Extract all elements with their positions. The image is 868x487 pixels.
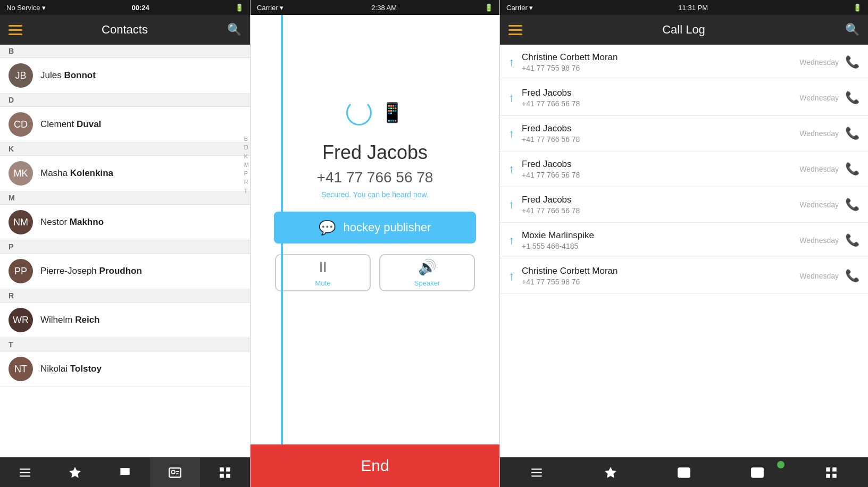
svg-rect-6 [226, 467, 230, 472]
contact-name-proudhon: Pierre-Joseph Proudhon [40, 266, 142, 276]
section-k: K [0, 142, 250, 156]
avatar-duval: CD [9, 112, 33, 137]
avatar-kolenkina: MK [9, 161, 33, 186]
calllog-tab-idcard[interactable] [721, 458, 794, 487]
svg-rect-16 [832, 467, 837, 472]
calllog-item-3[interactable]: ↑ Fred Jacobs +41 77 766 56 78 Wednesday… [500, 152, 868, 187]
tab-favorites[interactable] [50, 458, 100, 487]
tab-idcard[interactable] [150, 458, 200, 487]
calllog-meta-3: Wednesday 📞 [799, 162, 859, 176]
svg-rect-7 [220, 474, 224, 478]
calllog-call-3[interactable]: 📞 [845, 162, 859, 176]
mute-button[interactable]: ⏸ Mute [275, 254, 371, 291]
mute-label: Mute [315, 279, 331, 287]
calllog-number-0: +41 77 755 98 76 [522, 64, 799, 72]
calllog-tab-inbox[interactable] [647, 458, 721, 487]
calllog-menu-icon[interactable] [508, 25, 522, 35]
speaker-icon: 🔊 [418, 258, 437, 276]
calllog-meta-6: Wednesday 📞 [799, 269, 859, 283]
calllog-call-1[interactable]: 📞 [845, 91, 859, 105]
chat-icon: 💬 [319, 220, 336, 236]
calllog-tab-favorites[interactable] [573, 458, 647, 487]
calllog-call-0[interactable]: 📞 [845, 55, 859, 69]
calllog-tab-grid[interactable] [795, 458, 868, 487]
call-battery: 🔋 [485, 4, 493, 12]
mute-icon: ⏸ [315, 258, 330, 276]
calllog-time: 11:31 PM [678, 4, 708, 12]
contact-name-reich: Wilhelm Reich [40, 315, 99, 325]
contact-tolstoy[interactable]: NT Nikolai Tolstoy [0, 351, 250, 387]
calllog-title: Call Log [662, 23, 705, 37]
calllog-call-5[interactable]: 📞 [845, 233, 859, 247]
alpha-k[interactable]: K [244, 153, 249, 160]
calllog-call-4[interactable]: 📞 [845, 198, 859, 212]
calllog-call-2[interactable]: 📞 [845, 127, 859, 140]
calllog-info-6: Christine Corbett Moran +41 77 755 98 76 [522, 266, 799, 286]
menu-icon[interactable] [9, 25, 22, 35]
svg-rect-1 [20, 472, 30, 473]
alpha-m[interactable]: M [244, 161, 249, 169]
call-panel: Carrier ▾ 2:38 AM 🔋 📱 Fred Jacobs +41 77… [250, 0, 500, 487]
outgoing-arrow-2: ↑ [508, 127, 514, 140]
calllog-name-5: Moxie Marlinspike [522, 230, 799, 241]
call-sync-icon [346, 100, 372, 125]
contacts-panel: No Service ▾ 00:24 🔋 Contacts 🔍 B JB Jul… [0, 0, 250, 487]
calllog-item-2[interactable]: ↑ Fred Jacobs +41 77 766 56 78 Wednesday… [500, 116, 868, 152]
alphabet-index[interactable]: B D K M P R T [244, 135, 249, 195]
tab-list[interactable] [0, 458, 50, 487]
calllog-day-2: Wednesday [799, 129, 839, 138]
outgoing-arrow-4: ↑ [508, 198, 514, 212]
calllog-call-6[interactable]: 📞 [845, 269, 859, 283]
hockey-publisher-button[interactable]: 💬 hockey publisher [274, 212, 476, 244]
no-service-text: No Service ▾ [6, 4, 46, 12]
end-call-button[interactable]: End [251, 444, 499, 487]
contact-name-duval: Clement Duval [40, 119, 101, 130]
alpha-t[interactable]: T [244, 187, 249, 195]
calllog-battery: 🔋 [853, 4, 862, 12]
alpha-p[interactable]: P [244, 170, 249, 177]
speaker-label: Speaker [414, 279, 440, 287]
calllog-item-5[interactable]: ↑ Moxie Marlinspike +1 555 468-4185 Wedn… [500, 223, 868, 258]
calllog-item-1[interactable]: ↑ Fred Jacobs +41 77 766 56 78 Wednesday… [500, 80, 868, 116]
end-label: End [361, 457, 389, 475]
contact-duval[interactable]: CD Clement Duval [0, 107, 250, 142]
contacts-status-bar: No Service ▾ 00:24 🔋 [0, 0, 250, 15]
calllog-item-4[interactable]: ↑ Fred Jacobs +41 77 766 56 78 Wednesday… [500, 187, 868, 223]
outgoing-arrow-3: ↑ [508, 162, 514, 176]
contact-name-makhno: Nestor Makhno [40, 217, 104, 228]
calllog-carrier: Carrier ▾ [506, 4, 533, 12]
calllog-header: Call Log 🔍 [500, 15, 868, 45]
calllog-number-3: +41 77 766 56 78 [522, 171, 799, 179]
calllog-tab-list[interactable] [500, 458, 573, 487]
calllog-number-1: +41 77 766 56 78 [522, 99, 799, 108]
svg-rect-17 [826, 474, 830, 478]
call-phone-icon: 📱 [380, 102, 404, 124]
contacts-list: B JB Jules Bonnot D CD Clement Duval K M… [0, 45, 250, 387]
contact-bonnot[interactable]: JB Jules Bonnot [0, 58, 250, 94]
calllog-tab-bar [500, 457, 868, 487]
contact-proudhon[interactable]: PP Pierre-Joseph Proudhon [0, 254, 250, 289]
alpha-d[interactable]: D [244, 144, 249, 151]
calllog-search-icon[interactable]: 🔍 [845, 23, 859, 37]
tab-grid[interactable] [200, 458, 250, 487]
alpha-b[interactable]: B [244, 135, 249, 142]
search-icon[interactable]: 🔍 [227, 23, 241, 37]
calllog-meta-1: Wednesday 📞 [799, 91, 859, 105]
section-m: M [0, 191, 250, 205]
contact-kolenkina[interactable]: MK Masha Kolenkina [0, 156, 250, 191]
calllog-info-0: Christine Corbett Moran +41 77 755 98 76 [522, 52, 799, 72]
alpha-r[interactable]: R [244, 178, 249, 186]
contact-makhno[interactable]: NM Nestor Makhno [0, 205, 250, 240]
contact-reich[interactable]: WR Wilhelm Reich [0, 303, 250, 338]
speaker-button[interactable]: 🔊 Speaker [379, 254, 475, 291]
calllog-item-6[interactable]: ↑ Christine Corbett Moran +41 77 755 98 … [500, 258, 868, 294]
svg-point-14 [754, 470, 758, 474]
calllog-item-0[interactable]: ↑ Christine Corbett Moran +41 77 755 98 … [500, 45, 868, 80]
calllog-meta-5: Wednesday 📞 [799, 233, 859, 247]
calllog-day-6: Wednesday [799, 272, 839, 280]
calllog-day-4: Wednesday [799, 200, 839, 209]
svg-rect-5 [220, 467, 224, 472]
calllog-info-3: Fred Jacobs +41 77 766 56 78 [522, 159, 799, 179]
calllog-name-3: Fred Jacobs [522, 159, 799, 170]
tab-inbox[interactable] [100, 458, 150, 487]
